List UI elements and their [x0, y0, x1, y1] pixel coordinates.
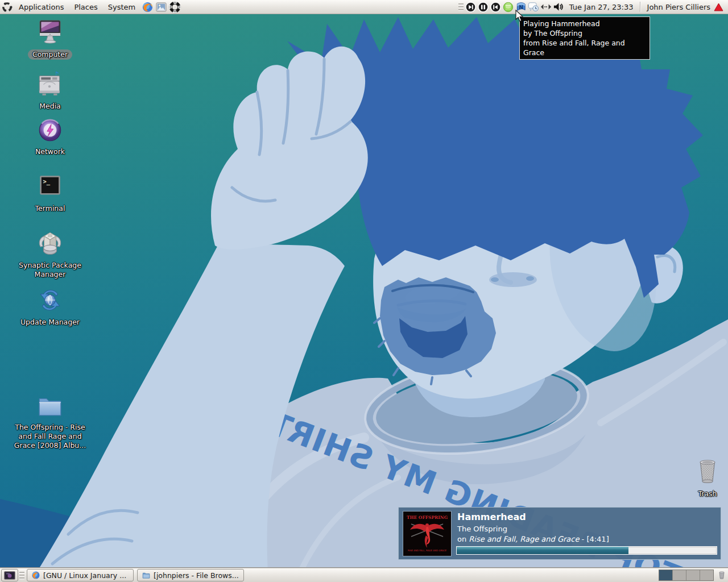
- terminal-icon: >_: [36, 172, 64, 203]
- desktop-icon-update-manager[interactable]: Update Manager: [7, 286, 93, 327]
- album-art-band-text: THE OFFSPRING: [407, 515, 448, 520]
- tray-drag-handle[interactable]: [458, 2, 464, 12]
- task-button-title: [GNU / Linux January ...: [43, 571, 126, 580]
- menu-system[interactable]: System: [103, 0, 140, 14]
- media-pause-icon[interactable]: [478, 1, 489, 13]
- task-button-browser[interactable]: [GNU / Linux January ...: [27, 569, 134, 581]
- folder-task-icon: [142, 571, 151, 579]
- notification-progress-fill: [457, 547, 628, 554]
- desktop-icon-label: Trash: [665, 489, 728, 498]
- menu-places-label: Places: [74, 3, 97, 11]
- synaptic-package-icon: [36, 229, 64, 260]
- trash-applet-icon: [717, 570, 726, 580]
- desktop-icon-label: Update Manager: [7, 318, 93, 327]
- media-previous-icon[interactable]: [490, 1, 502, 13]
- show-desktop-icon: [4, 571, 15, 580]
- workspace-switcher: [659, 569, 714, 581]
- exaile-player-tray-icon[interactable]: [503, 1, 514, 13]
- user-switcher[interactable]: John Piers Cilliers: [643, 3, 728, 11]
- task-button-title: [johnpiers - File Brows...: [154, 571, 239, 580]
- workspace-4[interactable]: [700, 570, 713, 580]
- network-transfer-tray-icon[interactable]: [540, 1, 552, 13]
- user-name-label: John Piers Cilliers: [647, 3, 710, 11]
- menu-system-label: System: [108, 3, 135, 11]
- mouse-cursor: [515, 10, 524, 22]
- network-icon: [36, 115, 64, 146]
- image-viewer-launcher-icon[interactable]: [155, 1, 167, 13]
- message-clock-tray-icon[interactable]: [528, 1, 539, 13]
- album-suffix: - [4:41]: [579, 535, 609, 543]
- desktop-icon-label: Terminal: [7, 204, 93, 213]
- notification-track-title: Hammerhead: [457, 512, 526, 522]
- album-title: Rise and Fall, Rage and Grace: [469, 535, 579, 543]
- media-next-icon[interactable]: [465, 1, 477, 13]
- show-desktop-button[interactable]: [1, 569, 18, 581]
- menu-applications-label: Applications: [19, 3, 64, 11]
- update-manager-icon: [36, 286, 64, 317]
- workspace-3[interactable]: [686, 570, 700, 580]
- desktop-icon-trash[interactable]: Trash: [665, 456, 728, 498]
- desktop-icon-label: Network: [7, 147, 93, 156]
- folder-icon: [36, 392, 64, 422]
- now-playing-notification: THE OFFSPRING RISE AND FALL, RAGE AND GR…: [398, 507, 721, 560]
- warning-triangle-icon: [714, 3, 723, 11]
- notification-progress-bar: [456, 546, 717, 555]
- firefox-task-icon: [31, 571, 40, 580]
- panel-clock[interactable]: Tue Jan 27, 23:33: [565, 3, 638, 11]
- tooltip-line-3: from Rise and Fall, Rage and Grace: [523, 38, 646, 57]
- media-drive-icon: ♪: [36, 69, 64, 101]
- taskbar-drag-handle[interactable]: [19, 570, 24, 580]
- notification-artist: The Offspring: [457, 525, 507, 533]
- firefox-launcher-icon[interactable]: [141, 1, 154, 13]
- panel-separator: [640, 2, 641, 12]
- notification-album-line: on Rise and Fall, Rage and Grace - [4:41…: [457, 535, 609, 543]
- menu-places[interactable]: Places: [69, 0, 102, 14]
- top-panel: Applications Places System: [0, 0, 728, 14]
- desktop-icon-label: Media: [7, 102, 93, 111]
- desktop-wallpaper: STOP READING MY SHIRT: [0, 0, 728, 582]
- menu-applications[interactable]: Applications: [14, 0, 69, 14]
- volume-icon[interactable]: [553, 1, 564, 13]
- computer-icon: [36, 19, 64, 48]
- workspace-1[interactable]: [659, 570, 673, 580]
- desktop-icon-synaptic[interactable]: Synaptic Package Manager: [7, 229, 93, 279]
- svg-text:N: N: [519, 3, 523, 10]
- bottom-panel: [GNU / Linux January ... [johnpiers - Fi…: [0, 568, 728, 582]
- help-launcher-icon[interactable]: [168, 1, 181, 13]
- desktop-icon-network[interactable]: Network: [7, 115, 93, 156]
- tooltip-line-2: by The Offspring: [523, 28, 646, 38]
- desktop-icon-label: Synaptic Package Manager: [7, 261, 93, 279]
- desktop-icon-label: The Offspring - Rise and Fall Rage and G…: [7, 423, 93, 450]
- tooltip-line-1: Playing Hammerhead: [523, 19, 646, 28]
- album-art: THE OFFSPRING RISE AND FALL, RAGE AND GR…: [403, 511, 452, 556]
- now-playing-tooltip: Playing Hammerhead by The Offspring from…: [519, 16, 650, 60]
- svg-text:>_: >_: [43, 178, 51, 185]
- desktop-icon-media[interactable]: ♪ Media: [7, 69, 93, 111]
- workspace-2[interactable]: [673, 570, 686, 580]
- album-art-caption-text: RISE AND FALL, RAGE AND GRACE: [408, 549, 446, 552]
- album-prefix: on: [457, 535, 469, 543]
- desktop-icon-terminal[interactable]: >_ Terminal: [7, 172, 93, 213]
- task-button-file-browser[interactable]: [johnpiers - File Brows...: [137, 569, 244, 581]
- desktop-icon-computer[interactable]: Computer: [7, 19, 93, 60]
- desktop-icon-label: Computer: [7, 49, 93, 60]
- distro-menu-icon[interactable]: [1, 1, 13, 13]
- trash-applet[interactable]: [717, 570, 726, 580]
- trash-icon: [693, 456, 722, 488]
- desktop-icon-offspring-folder[interactable]: The Offspring - Rise and Fall Rage and G…: [7, 392, 93, 450]
